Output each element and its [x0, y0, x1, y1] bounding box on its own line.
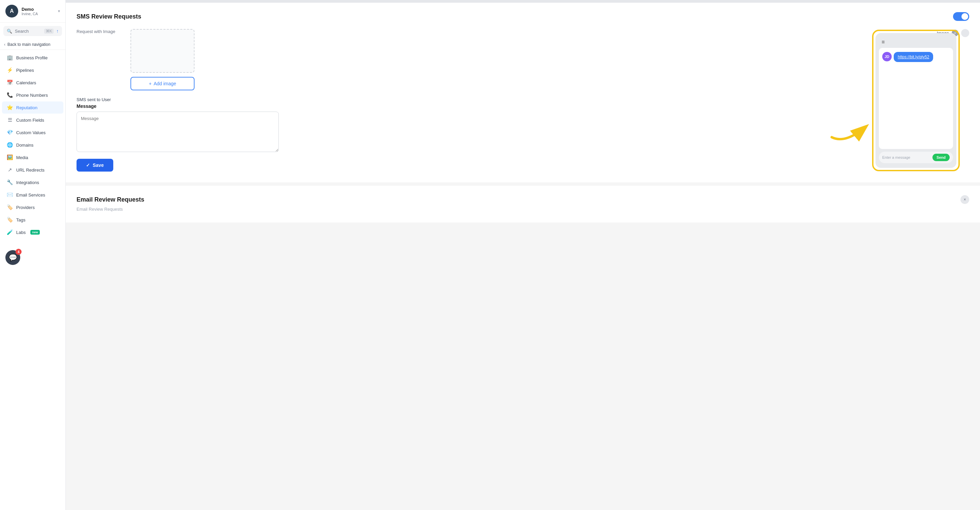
sidebar-item-calendars[interactable]: 📅 Calendars	[2, 76, 64, 89]
pipelines-icon: ⚡	[7, 67, 13, 73]
section-divider	[66, 182, 980, 186]
email-section-title: Email Review Requests	[76, 196, 144, 203]
sms-message-sublabel: Message	[76, 103, 279, 109]
sidebar-item-label: Phone Numbers	[16, 93, 48, 98]
calendars-icon: 📅	[7, 79, 13, 86]
yellow-highlight-box: ≡ JD https://bit.ly/qty52	[872, 30, 960, 171]
custom-values-icon: 💎	[7, 129, 13, 135]
sidebar-item-media[interactable]: 🖼️ Media	[2, 151, 64, 164]
labs-icon: 🧪	[7, 229, 13, 235]
sidebar-item-email-services[interactable]: ✉️ Email Services	[2, 189, 64, 201]
providers-icon: 🏷️	[7, 204, 13, 210]
back-nav-label: Back to main navigation	[7, 42, 50, 47]
chat-badge-count: 4	[16, 249, 22, 255]
search-bar[interactable]: 🔍 Search ⌘K ↑	[3, 26, 62, 36]
phone-top-bar: ≡	[879, 38, 953, 48]
search-icon: 🔍	[7, 29, 12, 34]
back-to-main-nav[interactable]: ‹ Back to main navigation	[0, 40, 65, 50]
sidebar-item-custom-values[interactable]: 💎 Custom Values	[2, 126, 64, 138]
sidebar-item-custom-fields[interactable]: ☰ Custom Fields	[2, 114, 64, 126]
request-image-row: Request with Image + Add image Image ×	[76, 29, 969, 91]
save-button[interactable]: ✓ Save	[76, 159, 113, 172]
sidebar-item-label: Integrations	[16, 180, 39, 185]
chat-message-row: JD https://bit.ly/qty52	[882, 52, 950, 62]
chevron-left-icon: ‹	[4, 42, 5, 47]
sidebar-item-label: Calendars	[16, 80, 36, 85]
sidebar-item-pipelines[interactable]: ⚡ Pipelines	[2, 64, 64, 76]
sidebar-item-label: Media	[16, 155, 28, 160]
sms-section-header: SMS Review Requests	[76, 12, 969, 21]
business-profile-icon: 🏢	[7, 55, 13, 61]
custom-fields-icon: ☰	[7, 117, 13, 123]
account-location: Irvine, CA	[22, 12, 55, 16]
media-icon: 🖼️	[7, 154, 13, 160]
sidebar-item-domains[interactable]: 🌐 Domains	[2, 139, 64, 151]
sidebar-item-tags[interactable]: 🏷️ Tags	[2, 214, 64, 226]
arrow-container	[825, 110, 875, 145]
sidebar-item-providers[interactable]: 🏷️ Providers	[2, 201, 64, 213]
email-sublabel: Email Review Requests	[76, 207, 969, 212]
phone-chat-area: JD https://bit.ly/qty52	[879, 48, 953, 149]
arrow-icon: ↑	[56, 28, 59, 34]
integrations-icon: 🔧	[7, 180, 13, 185]
add-image-label: Add image	[154, 81, 176, 86]
main-content: SMS Review Requests Request with Image +…	[66, 0, 980, 510]
sidebar-item-phone-numbers[interactable]: 📞 Phone Numbers	[2, 89, 64, 101]
tags-icon: 🏷️	[7, 217, 13, 223]
sms-message-area: SMS sent to User Message	[76, 97, 279, 153]
sidebar-item-label: Business Profile	[16, 55, 48, 60]
sidebar: A Demo Irvine, CA ▾ 🔍 Search ⌘K ↑ ‹ Back…	[0, 0, 66, 510]
plus-icon: +	[149, 81, 151, 86]
account-name: Demo	[22, 7, 55, 12]
phone-numbers-icon: 📞	[7, 92, 13, 98]
chevron-down-icon: ▾	[58, 9, 60, 13]
request-image-label: Request with Image	[76, 29, 124, 34]
sidebar-item-label: Custom Values	[16, 130, 46, 135]
sidebar-item-label: Custom Fields	[16, 118, 44, 123]
phone-input-placeholder: Enter a message	[882, 156, 931, 159]
sidebar-item-label: Labs	[16, 230, 25, 235]
checkmark-icon: ✓	[86, 162, 90, 168]
phone-mockup: ≡ JD https://bit.ly/qty52	[875, 33, 956, 168]
chat-icon: 💬	[9, 254, 17, 262]
labs-new-badge: new	[30, 230, 40, 235]
sms-toggle[interactable]	[953, 12, 969, 21]
message-textarea[interactable]	[76, 111, 279, 152]
sidebar-item-label: Tags	[16, 218, 25, 222]
url-redirects-icon: ↗	[7, 167, 13, 173]
sidebar-item-label: URL Redirects	[16, 168, 45, 173]
sidebar-item-reputation[interactable]: ⭐ Reputation	[2, 102, 64, 114]
arrow-svg	[825, 110, 875, 144]
account-info: Demo Irvine, CA	[22, 7, 55, 16]
sidebar-item-integrations[interactable]: 🔧 Integrations	[2, 176, 64, 188]
save-label: Save	[93, 162, 104, 168]
sidebar-item-business-profile[interactable]: 🏢 Business Profile	[2, 52, 64, 64]
phone-send-button[interactable]: Send	[932, 154, 950, 161]
phone-input-bar: Enter a message Send	[879, 152, 953, 163]
email-services-icon: ✉️	[7, 192, 13, 198]
chat-bubble-button[interactable]: 💬 4	[5, 250, 20, 265]
chat-avatar: JD	[882, 52, 892, 61]
image-circle	[961, 29, 969, 37]
email-section-header: Email Review Requests ×	[76, 195, 969, 204]
avatar: A	[5, 5, 18, 17]
sidebar-item-label: Providers	[16, 205, 35, 210]
sms-review-section: SMS Review Requests Request with Image +…	[66, 3, 980, 182]
sms-sent-label: SMS sent to User	[76, 97, 279, 102]
account-header[interactable]: A Demo Irvine, CA ▾	[0, 0, 65, 22]
domains-icon: 🌐	[7, 142, 13, 148]
email-review-section: Email Review Requests × Email Review Req…	[66, 186, 980, 222]
sidebar-item-url-redirects[interactable]: ↗ URL Redirects	[2, 164, 64, 176]
email-close-button[interactable]: ×	[961, 195, 969, 204]
phone-menu-icon: ≡	[881, 39, 885, 45]
sms-section-title: SMS Review Requests	[76, 13, 141, 20]
image-upload-area[interactable]	[130, 29, 194, 73]
chat-link[interactable]: https://bit.ly/qty52	[898, 55, 929, 59]
chat-bubble: https://bit.ly/qty52	[894, 52, 933, 62]
sidebar-item-labs[interactable]: 🧪 Labs new	[2, 226, 64, 238]
top-bar	[66, 0, 980, 3]
sidebar-item-label: Email Services	[16, 192, 45, 197]
add-image-button[interactable]: + Add image	[130, 77, 194, 91]
search-shortcut: ⌘K	[44, 29, 54, 34]
sidebar-item-label: Domains	[16, 143, 33, 148]
